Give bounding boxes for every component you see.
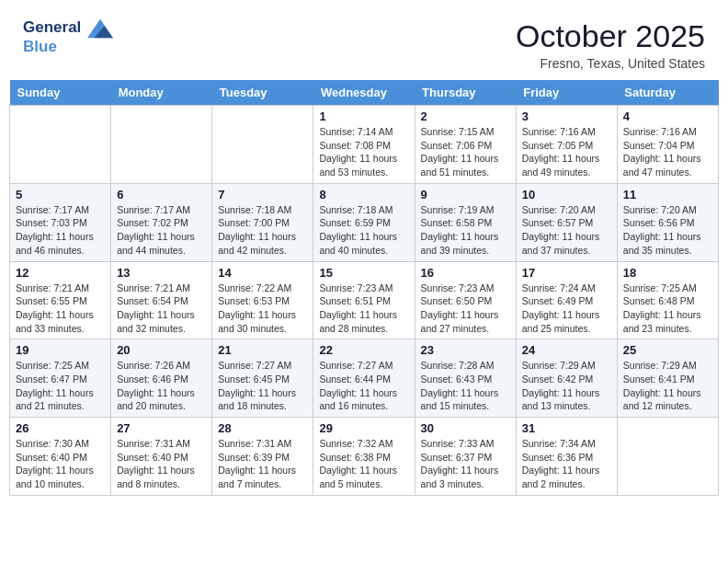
day-info: Sunrise: 7:14 AM Sunset: 7:08 PM Dayligh… xyxy=(319,125,408,179)
day-info: Sunrise: 7:21 AM Sunset: 6:54 PM Dayligh… xyxy=(117,282,206,336)
day-info: Sunrise: 7:21 AM Sunset: 6:55 PM Dayligh… xyxy=(16,282,105,336)
day-number: 29 xyxy=(319,421,408,435)
day-info: Sunrise: 7:16 AM Sunset: 7:05 PM Dayligh… xyxy=(522,125,611,179)
day-number: 3 xyxy=(522,109,611,123)
day-info: Sunrise: 7:16 AM Sunset: 7:04 PM Dayligh… xyxy=(623,125,712,179)
day-number: 23 xyxy=(421,343,510,357)
day-info: Sunrise: 7:25 AM Sunset: 6:48 PM Dayligh… xyxy=(623,282,712,336)
day-info: Sunrise: 7:23 AM Sunset: 6:50 PM Dayligh… xyxy=(421,282,510,336)
day-number: 7 xyxy=(218,188,307,201)
calendar-cell: 4Sunrise: 7:16 AM Sunset: 7:04 PM Daylig… xyxy=(617,106,718,184)
day-number: 30 xyxy=(421,421,510,435)
day-info: Sunrise: 7:19 AM Sunset: 6:58 PM Dayligh… xyxy=(421,203,510,258)
day-number: 9 xyxy=(421,188,510,201)
calendar-cell: 11Sunrise: 7:20 AM Sunset: 6:56 PM Dayli… xyxy=(617,183,718,261)
day-number: 13 xyxy=(117,266,206,280)
day-number: 28 xyxy=(218,421,307,435)
calendar-cell: 26Sunrise: 7:30 AM Sunset: 6:40 PM Dayli… xyxy=(10,418,111,496)
location: Fresno, Texas, United States xyxy=(516,56,705,71)
day-number: 14 xyxy=(218,266,307,280)
calendar-cell xyxy=(111,106,212,184)
day-info: Sunrise: 7:18 AM Sunset: 6:59 PM Dayligh… xyxy=(319,203,408,258)
calendar-week-5: 26Sunrise: 7:30 AM Sunset: 6:40 PM Dayli… xyxy=(10,418,719,496)
calendar-cell: 23Sunrise: 7:28 AM Sunset: 6:43 PM Dayli… xyxy=(415,339,516,418)
calendar-week-2: 5Sunrise: 7:17 AM Sunset: 7:03 PM Daylig… xyxy=(10,183,719,261)
page-header: General Blue October 2025 Fresno, Texas,… xyxy=(9,9,719,75)
col-saturday: Saturday xyxy=(617,80,718,106)
day-number: 16 xyxy=(421,266,510,280)
month-title: October 2025 xyxy=(516,18,705,54)
calendar-cell: 9Sunrise: 7:19 AM Sunset: 6:58 PM Daylig… xyxy=(415,183,516,261)
col-thursday: Thursday xyxy=(415,80,516,106)
logo-blue: Blue xyxy=(23,39,113,56)
day-number: 10 xyxy=(522,188,611,201)
calendar-cell: 24Sunrise: 7:29 AM Sunset: 6:42 PM Dayli… xyxy=(516,339,617,418)
day-number: 2 xyxy=(421,109,510,123)
calendar-cell: 21Sunrise: 7:27 AM Sunset: 6:45 PM Dayli… xyxy=(212,339,313,418)
day-number: 1 xyxy=(319,109,408,123)
day-info: Sunrise: 7:29 AM Sunset: 6:42 PM Dayligh… xyxy=(522,359,611,413)
calendar-cell: 30Sunrise: 7:33 AM Sunset: 6:37 PM Dayli… xyxy=(415,418,516,496)
day-number: 4 xyxy=(623,109,712,123)
calendar-cell: 16Sunrise: 7:23 AM Sunset: 6:50 PM Dayli… xyxy=(415,261,516,339)
day-number: 8 xyxy=(319,188,408,201)
day-info: Sunrise: 7:18 AM Sunset: 7:00 PM Dayligh… xyxy=(218,203,307,258)
day-info: Sunrise: 7:15 AM Sunset: 7:06 PM Dayligh… xyxy=(421,125,510,179)
day-number: 24 xyxy=(522,343,611,357)
col-friday: Friday xyxy=(516,80,617,106)
calendar-cell: 17Sunrise: 7:24 AM Sunset: 6:49 PM Dayli… xyxy=(516,261,617,339)
calendar-week-1: 1Sunrise: 7:14 AM Sunset: 7:08 PM Daylig… xyxy=(10,106,719,184)
calendar-cell xyxy=(212,106,313,184)
day-number: 5 xyxy=(16,188,105,201)
calendar-cell: 31Sunrise: 7:34 AM Sunset: 6:36 PM Dayli… xyxy=(516,418,617,496)
calendar-cell: 7Sunrise: 7:18 AM Sunset: 7:00 PM Daylig… xyxy=(212,183,313,261)
calendar-cell: 2Sunrise: 7:15 AM Sunset: 7:06 PM Daylig… xyxy=(415,106,516,184)
day-info: Sunrise: 7:31 AM Sunset: 6:39 PM Dayligh… xyxy=(218,437,307,491)
day-number: 31 xyxy=(522,421,611,435)
day-number: 15 xyxy=(319,266,408,280)
calendar-cell: 18Sunrise: 7:25 AM Sunset: 6:48 PM Dayli… xyxy=(617,261,718,339)
day-info: Sunrise: 7:31 AM Sunset: 6:40 PM Dayligh… xyxy=(117,437,206,491)
day-info: Sunrise: 7:29 AM Sunset: 6:41 PM Dayligh… xyxy=(623,359,712,413)
day-info: Sunrise: 7:24 AM Sunset: 6:49 PM Dayligh… xyxy=(522,282,611,336)
calendar-week-3: 12Sunrise: 7:21 AM Sunset: 6:55 PM Dayli… xyxy=(10,261,719,339)
day-info: Sunrise: 7:34 AM Sunset: 6:36 PM Dayligh… xyxy=(522,437,611,491)
calendar-cell: 29Sunrise: 7:32 AM Sunset: 6:38 PM Dayli… xyxy=(313,418,415,496)
calendar-cell: 10Sunrise: 7:20 AM Sunset: 6:57 PM Dayli… xyxy=(516,183,617,261)
calendar-cell: 27Sunrise: 7:31 AM Sunset: 6:40 PM Dayli… xyxy=(111,418,212,496)
day-number: 18 xyxy=(623,266,712,280)
day-info: Sunrise: 7:26 AM Sunset: 6:46 PM Dayligh… xyxy=(117,359,206,413)
calendar-cell: 22Sunrise: 7:27 AM Sunset: 6:44 PM Dayli… xyxy=(313,339,415,418)
day-info: Sunrise: 7:27 AM Sunset: 6:44 PM Dayligh… xyxy=(319,359,408,413)
day-number: 21 xyxy=(218,343,307,357)
day-info: Sunrise: 7:22 AM Sunset: 6:53 PM Dayligh… xyxy=(218,282,307,336)
title-section: October 2025 Fresno, Texas, United State… xyxy=(516,18,705,71)
day-number: 6 xyxy=(117,188,206,201)
col-wednesday: Wednesday xyxy=(313,80,415,106)
day-number: 19 xyxy=(16,343,105,357)
logo: General Blue xyxy=(23,18,113,56)
day-number: 25 xyxy=(623,343,712,357)
calendar-cell: 3Sunrise: 7:16 AM Sunset: 7:05 PM Daylig… xyxy=(516,106,617,184)
day-number: 20 xyxy=(117,343,206,357)
day-number: 12 xyxy=(16,266,105,280)
day-info: Sunrise: 7:27 AM Sunset: 6:45 PM Dayligh… xyxy=(218,359,307,413)
day-number: 26 xyxy=(16,421,105,435)
day-info: Sunrise: 7:17 AM Sunset: 7:03 PM Dayligh… xyxy=(16,203,105,258)
calendar-cell: 12Sunrise: 7:21 AM Sunset: 6:55 PM Dayli… xyxy=(10,261,111,339)
calendar-cell: 6Sunrise: 7:17 AM Sunset: 7:02 PM Daylig… xyxy=(111,183,212,261)
day-info: Sunrise: 7:28 AM Sunset: 6:43 PM Dayligh… xyxy=(421,359,510,413)
calendar-table: Sunday Monday Tuesday Wednesday Thursday… xyxy=(9,80,719,496)
day-info: Sunrise: 7:25 AM Sunset: 6:47 PM Dayligh… xyxy=(16,359,105,413)
logo-icon xyxy=(87,18,113,39)
calendar-cell xyxy=(617,418,718,496)
calendar-cell: 20Sunrise: 7:26 AM Sunset: 6:46 PM Dayli… xyxy=(111,339,212,418)
day-info: Sunrise: 7:20 AM Sunset: 6:56 PM Dayligh… xyxy=(623,203,712,258)
day-info: Sunrise: 7:33 AM Sunset: 6:37 PM Dayligh… xyxy=(421,437,510,491)
calendar-cell: 25Sunrise: 7:29 AM Sunset: 6:41 PM Dayli… xyxy=(617,339,718,418)
day-info: Sunrise: 7:20 AM Sunset: 6:57 PM Dayligh… xyxy=(522,203,611,258)
day-number: 11 xyxy=(623,188,712,201)
day-info: Sunrise: 7:30 AM Sunset: 6:40 PM Dayligh… xyxy=(16,437,105,491)
calendar-cell: 14Sunrise: 7:22 AM Sunset: 6:53 PM Dayli… xyxy=(212,261,313,339)
calendar-cell xyxy=(10,106,111,184)
